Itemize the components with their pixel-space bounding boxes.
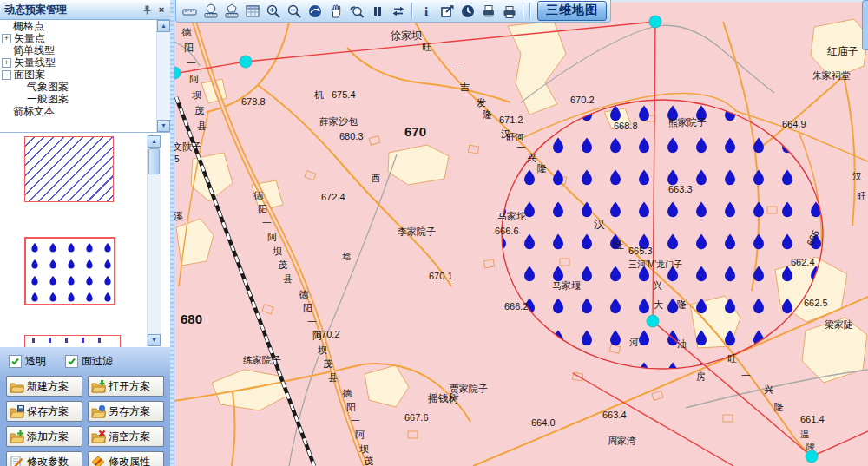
map-label: 680 <box>181 312 202 326</box>
tree-item-vector-point[interactable]: + 矢量点 <box>0 32 170 44</box>
plan-vertex-handle[interactable] <box>240 56 252 68</box>
map-label: 汉 <box>594 218 605 231</box>
tree-item-simple-line[interactable]: 简单线型 <box>0 44 170 56</box>
print-icon[interactable] <box>499 2 520 21</box>
pattern-scrollbar[interactable]: ▲ ▼ <box>147 135 161 346</box>
scroll-up-icon[interactable]: ▲ <box>157 20 170 32</box>
add-plan-button[interactable]: 添加方案 <box>6 426 82 447</box>
map-label: 汉 <box>852 171 862 181</box>
map-label: 662.4 <box>791 257 815 267</box>
map-3d-button[interactable]: 三维地图 <box>537 1 607 21</box>
tree-item-grid-point[interactable]: 栅格点 <box>0 20 170 32</box>
open-plan-button[interactable]: 打开方案 <box>88 376 164 397</box>
zoom-previous-icon[interactable] <box>346 2 367 21</box>
transparent-checkbox[interactable]: 透明 <box>9 354 46 369</box>
map-label: 县 <box>328 372 338 383</box>
pattern-swatch-hatch[interactable] <box>24 136 114 202</box>
map-label: 德 <box>299 289 309 299</box>
map-label: 667.6 <box>404 412 429 423</box>
expander-icon[interactable]: + <box>2 58 11 68</box>
measure-area-polygon-icon[interactable] <box>221 2 242 21</box>
save-plan-button[interactable]: 保存方案 <box>6 401 82 422</box>
map-label: 油 <box>677 338 687 349</box>
clear-plan-button[interactable]: 清空方案 <box>88 426 164 447</box>
map-edge-scrollnub[interactable] <box>862 0 868 50</box>
map-canvas[interactable]: 徐家坝红庙子朱家祠堂678.8机675.4薛家沙包680.3670670.267… <box>174 0 868 466</box>
checkbox-check-icon[interactable] <box>65 355 78 368</box>
map-label: 德 <box>342 388 352 398</box>
map-label: 680.3 <box>339 131 364 141</box>
button-label: 保存方案 <box>27 404 69 419</box>
close-icon[interactable]: × <box>155 3 168 16</box>
map-label: 668.8 <box>614 121 638 131</box>
measure-area-circle-icon[interactable] <box>201 2 221 21</box>
checkbox-label: 面过滤 <box>82 354 113 369</box>
edit-props-button[interactable]: 修改属性 <box>88 451 164 466</box>
map-label: 675.4 <box>332 89 356 100</box>
pattern-swatch-partial[interactable] <box>24 335 121 347</box>
pan-icon[interactable] <box>326 2 346 21</box>
tree-item-arrow-text[interactable]: 箭标文本 <box>0 105 170 117</box>
map-label: 662.5 <box>804 298 828 308</box>
history-icon[interactable] <box>457 2 478 21</box>
edit-params-icon <box>10 456 24 466</box>
tree-item-area-pattern[interactable]: - 面图案 <box>0 69 170 81</box>
plan-vertex-handle[interactable] <box>806 450 818 463</box>
zoom-out-icon[interactable] <box>284 2 305 21</box>
map-label: 670.1 <box>429 271 453 281</box>
full-extent-icon[interactable] <box>305 2 326 21</box>
checkbox-check-icon[interactable] <box>9 355 22 368</box>
map-label: 670.2 <box>570 95 595 105</box>
map-label: 薛家沙包 <box>319 116 358 127</box>
map-label: 德 <box>253 190 264 200</box>
map-label: 茂 <box>364 456 373 466</box>
tree-item-weather-pattern[interactable]: 气象图案 <box>0 81 170 93</box>
map-label: 隆 <box>537 163 547 174</box>
scroll-down-icon[interactable]: ▼ <box>148 334 161 346</box>
map-label: 坝 <box>318 345 327 355</box>
map-label: 兴 <box>764 384 773 395</box>
identify-icon[interactable]: i <box>416 2 437 21</box>
area-filter-checkbox[interactable]: 面过滤 <box>65 354 113 369</box>
tree-item-general-pattern[interactable]: 一般图案 <box>0 93 170 105</box>
scroll-thumb[interactable] <box>148 148 160 174</box>
panel-title: 动态预案管理 <box>0 3 141 17</box>
pin-icon[interactable] <box>141 3 153 16</box>
scroll-down-icon[interactable]: ▼ <box>157 120 170 132</box>
pattern-swatch-raindrop[interactable] <box>24 237 115 305</box>
map-label: 一 <box>351 416 360 426</box>
map-label: 马家堰 <box>552 280 581 291</box>
print-setup-icon[interactable] <box>478 2 499 21</box>
expander-icon[interactable]: + <box>2 34 11 43</box>
refresh-icon[interactable] <box>388 2 409 21</box>
map-label: 阳 <box>258 204 267 214</box>
map-label: 666.6 <box>495 226 519 236</box>
plan-vertex-handle[interactable] <box>649 16 661 28</box>
map-label: 隆 <box>677 299 687 310</box>
save-as-plan-button[interactable]: i 另存方案 <box>88 401 164 422</box>
map-label: 温 <box>800 430 809 439</box>
expander-icon[interactable]: - <box>2 70 11 80</box>
scroll-up-icon[interactable]: ▲ <box>148 135 161 148</box>
plan-vertex-handle[interactable] <box>647 315 659 327</box>
zoom-in-icon[interactable] <box>263 2 284 21</box>
tree-scrollbar[interactable]: ▲ ▼ <box>156 20 170 132</box>
export-icon[interactable] <box>437 2 457 21</box>
pattern-preview-list: ▲ ▼ <box>0 132 170 348</box>
tree-item-vector-line[interactable]: + 矢量线型 <box>0 56 170 69</box>
map-label: 大 <box>654 299 663 310</box>
map-label: 西 <box>372 174 380 183</box>
map-label: 隆 <box>774 402 784 412</box>
edit-params-button[interactable]: 修改参数 <box>6 451 82 466</box>
map-label: 兴 <box>527 153 536 163</box>
tree-item-label: 矢量点 <box>14 32 45 44</box>
tree-item-label: 气象图案 <box>27 81 69 93</box>
map-label: 阳 <box>184 43 194 53</box>
measure-distance-icon[interactable] <box>180 2 201 21</box>
save-plan-icon <box>10 405 24 418</box>
map-label: 熊家院子 <box>668 117 707 128</box>
new-plan-button[interactable]: 新建方案 <box>6 376 82 397</box>
map-label: 阿 <box>267 232 277 242</box>
grid-icon[interactable] <box>242 2 263 21</box>
pause-icon[interactable] <box>367 2 388 21</box>
